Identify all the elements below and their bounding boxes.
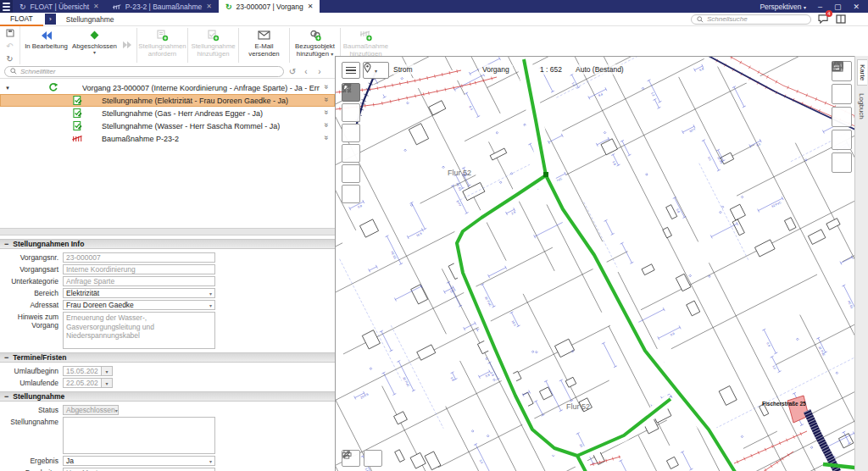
chevrons-right-icon (122, 39, 132, 52)
legend-book-button[interactable] (832, 84, 852, 104)
maximize-button[interactable]: ▢ (834, 3, 842, 11)
tree-row-vorgang[interactable]: ▼ Vorgang 23-000007 (Interne Koordinieru… (0, 81, 335, 94)
main-menu-button[interactable] (853, 14, 863, 25)
layer-theme-label[interactable]: Strom (390, 64, 416, 75)
save-button[interactable] (4, 28, 16, 38)
breadcrumb-root[interactable]: FLOAT (0, 13, 43, 26)
quick-filter-input[interactable]: Schnellfilter (4, 66, 284, 77)
hinweis-textarea[interactable]: Erneuerung der Wasser-, Gasversorgungsle… (63, 312, 215, 349)
collapse-icon[interactable]: − (4, 353, 8, 362)
notification-badge: 4 (826, 10, 832, 17)
search-icon (697, 16, 704, 23)
expand-chevron-icon[interactable]: » (322, 136, 331, 139)
tab-karte[interactable]: Karte (857, 59, 867, 86)
collapse-icon[interactable]: − (4, 392, 8, 401)
tab-vorgang[interactable]: ↻ 23-000007 | Vorgang ✕ (219, 0, 320, 13)
adressat-select[interactable]: Frau Doreen Gaedke▾ (63, 300, 215, 310)
panel-splitter[interactable] (0, 228, 335, 236)
chevron-down-icon[interactable]: ▾ (102, 366, 113, 376)
rotate-icon (342, 83, 352, 93)
stellungnahme-textarea[interactable] (63, 417, 215, 454)
map-view[interactable]: 5.83.5PE 6332 PVC5.832 PVC0.92.532 PVC8.… (335, 56, 854, 471)
stellungnahme-icon (72, 121, 82, 131)
quick-search-input[interactable]: Schnellsuche (691, 14, 811, 25)
stellungnahmen-anfordern-button[interactable]: Stellungnahmen anfordern (138, 26, 186, 64)
notifications-button[interactable]: 4 (817, 14, 829, 25)
forward-status-button[interactable] (119, 26, 136, 64)
email-versenden-button[interactable]: E-Mail versenden (240, 26, 288, 64)
tree-row-label: Vorgang 23-000007 (Interne Koordinierung… (82, 84, 320, 92)
windows-button[interactable] (832, 107, 852, 127)
svg-text:5.8: 5.8 (676, 208, 681, 213)
lock-button[interactable] (832, 152, 852, 173)
reset-filter-button[interactable]: ↺ (287, 67, 298, 76)
section-header-termine[interactable]: −Termine/Fristen (0, 352, 335, 363)
tab-float-uebersicht[interactable]: ↻ FLOAT | Übersicht ✕ (13, 0, 106, 13)
zoom-tool-button[interactable] (342, 144, 360, 163)
position-dropdown[interactable]: ▾ (363, 62, 389, 79)
select-area-tool-button[interactable] (342, 124, 360, 142)
svg-text:2.5: 2.5 (511, 211, 516, 216)
close-window-button[interactable]: ✕ (853, 3, 860, 11)
logbook-button[interactable] (835, 14, 847, 25)
vorgangsart-field[interactable] (63, 264, 215, 274)
umlaufbeginn-date[interactable]: ▾ (63, 366, 113, 376)
umlaufende-date[interactable]: ▾ (63, 378, 113, 388)
prev-button[interactable]: ‹ (301, 67, 311, 76)
location-pin-icon (364, 63, 371, 73)
status-select[interactable]: Abgeschlossen▾ (63, 405, 119, 415)
close-icon[interactable]: ✕ (308, 3, 314, 10)
bezugsobjekt-hinzufuegen-button[interactable]: Bezugsobjekt hinzufügen ▾ (291, 26, 339, 64)
pan-tool-button[interactable] (342, 103, 360, 122)
quick-access-strip: ↶ ↻ (0, 26, 20, 64)
vorgangsnr-field[interactable] (63, 252, 215, 263)
tab-logbuch[interactable]: Logbuch (857, 89, 866, 124)
bereich-select[interactable]: Elektrizität▾ (63, 288, 215, 298)
perspectives-menu[interactable]: Perspektiven ▾ (760, 3, 806, 11)
collapse-caret-icon[interactable]: ▼ (5, 86, 10, 91)
svg-text:0.9: 0.9 (765, 342, 771, 347)
undo-button[interactable]: ↶ (4, 41, 16, 51)
svg-text:3.5: 3.5 (479, 459, 484, 464)
tab-baumassnahme[interactable]: P-23-2 | Baumaßnahme ✕ (106, 0, 219, 13)
close-icon[interactable]: ✕ (93, 3, 99, 10)
svg-text:1.2: 1.2 (571, 81, 576, 86)
map-mode-label[interactable]: Auto (Bestand) (572, 64, 627, 75)
ergebnis-select[interactable]: Ja▾ (63, 456, 215, 466)
stellungnahme-hinzufuegen-button[interactable]: Stellungnahme hinzufügen (189, 26, 237, 64)
breadcrumb-chevron-icon: › (45, 14, 56, 25)
field-label: Umlaufbeginn (0, 366, 63, 375)
tree-row-baumassnahme[interactable]: Baumaßnahme P-23-2 » (0, 132, 335, 145)
expand-chevron-icon[interactable]: » (322, 110, 331, 114)
cadastral-map[interactable]: 5.83.5PE 6332 PVC5.832 PVC0.92.532 PVC8.… (336, 57, 854, 471)
refresh-button[interactable]: ↻ (4, 53, 16, 64)
rotate-tool-button[interactable] (342, 185, 360, 203)
svg-text:32 PVC: 32 PVC (771, 201, 782, 208)
expand-chevron-icon[interactable]: » (322, 123, 331, 126)
section-header-stellungnahme[interactable]: −Stellungnahme (0, 391, 335, 402)
print-button[interactable] (364, 450, 382, 467)
tree-row-stellungnahme-gas[interactable]: Stellungnahme (Gas - Herr Andreas Egger … (0, 107, 335, 119)
expand-chevron-icon[interactable]: » (322, 85, 331, 88)
lock-icon (832, 61, 842, 72)
print-map-button[interactable] (832, 130, 852, 150)
unterkategorie-field[interactable] (63, 276, 215, 286)
object-type-label[interactable]: Vorgang (479, 64, 513, 75)
abgeschlossen-button[interactable]: Abgeschlossen ▾ (70, 26, 119, 64)
minimize-button[interactable]: – (818, 3, 822, 11)
close-icon[interactable]: ✕ (206, 3, 212, 10)
bearbeiter-field[interactable] (63, 468, 215, 471)
tree-row-stellungnahme-elektrizitaet[interactable]: Stellungnahme (Elektrizität - Frau Doree… (0, 94, 335, 107)
collapse-icon[interactable]: − (4, 240, 8, 248)
chevron-down-icon[interactable]: ▾ (102, 378, 113, 388)
measure-tool-button[interactable] (342, 164, 360, 183)
expand-chevron-icon[interactable]: » (322, 97, 331, 101)
ribbon-separator (289, 28, 290, 63)
map-scale-label[interactable]: 1 : 652 (537, 64, 565, 75)
svg-text:PE 63: PE 63 (847, 300, 854, 309)
in-bearbeitung-button[interactable]: In Bearbeitung (22, 26, 70, 64)
next-button[interactable]: › (314, 67, 325, 76)
map-menu-button[interactable] (342, 62, 360, 79)
tree-row-stellungnahme-wasser[interactable]: Stellungnahme (Wasser - Herr Sascha Romm… (0, 119, 335, 132)
section-header-info[interactable]: −Stellungnahmen Info (0, 239, 335, 249)
